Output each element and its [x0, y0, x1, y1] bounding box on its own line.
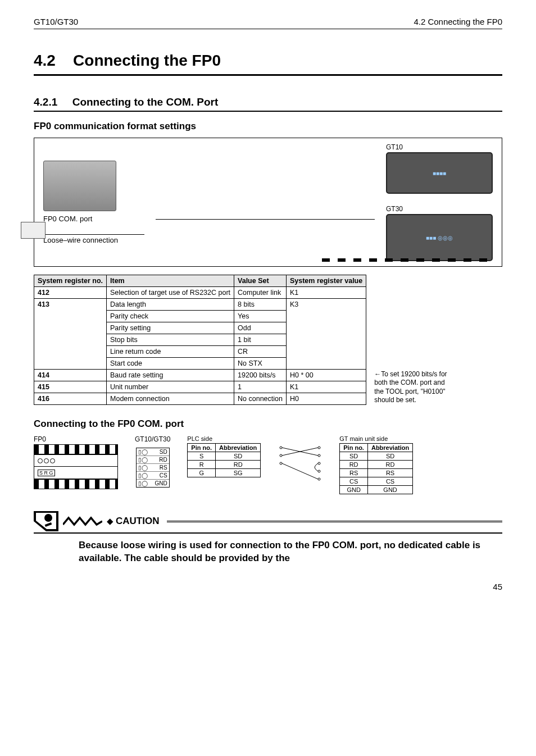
subsection-title: 4.2.1 Connecting to the COM. Port	[34, 96, 502, 108]
reg-srv: K3	[286, 299, 366, 370]
gt10-label: GT10	[386, 143, 493, 151]
reg-header-srv: System register value	[286, 275, 366, 287]
pin-cell: S	[188, 452, 216, 461]
reg-value: Yes	[234, 311, 287, 322]
gt-terminal-icon: ▯◯SD ▯◯RD ▯◯RS ▯◯CS ▯◯GND	[136, 448, 170, 488]
pin-cell: CS	[367, 477, 412, 486]
page-number: 45	[34, 582, 502, 591]
reg-item: Data length	[107, 299, 234, 311]
caution-label: CAUTION	[116, 516, 159, 527]
subsection-number: 4.2.1	[34, 96, 57, 108]
pin-header: Pin no.	[340, 444, 368, 452]
pin-cell: RD	[340, 461, 368, 469]
table-row: CSCS	[340, 477, 413, 486]
gt10-device-icon: ■■■■	[386, 152, 493, 194]
pin-cell: RD	[367, 461, 412, 469]
reg-item: Parity setting	[107, 322, 234, 334]
pin-cell: R	[188, 461, 216, 469]
plc-pin-col: PLC side Pin no. Abbreviation SSD RRD GS…	[187, 435, 261, 477]
page: GT10/GT30 4.2 Connecting the FP0 4.2 Con…	[0, 0, 536, 614]
reg-item: Modem connection	[107, 393, 234, 405]
connection-type-label: Loose–wire connection	[43, 234, 144, 244]
reg-item: Selection of target use of RS232C port	[107, 287, 234, 299]
table-row: 412 Selection of target use of RS232C po…	[34, 287, 366, 299]
svg-point-2	[280, 462, 282, 464]
reg-item: Parity check	[107, 311, 234, 322]
caution-bullet-icon: ◆	[107, 516, 113, 526]
fp0-plc-icon: S R G	[34, 444, 118, 489]
reg-value: Computer link	[234, 287, 287, 299]
term-label: GND	[155, 480, 167, 486]
reg-srv: K1	[286, 287, 366, 299]
gt-pin-table: Pin no. Abbreviation SDSD RDRD RSRS CSCS…	[339, 443, 413, 494]
reg-no: 415	[34, 381, 107, 393]
term-label: SD	[160, 449, 167, 455]
srg-label: S R G	[38, 470, 55, 476]
gt-label: GT10/GT30	[135, 435, 170, 443]
reg-value: CR	[234, 346, 287, 358]
section-underline	[34, 74, 502, 76]
connect-port-title: Connecting to the FP0 COM. port	[34, 418, 502, 430]
header-left: GT10/GT30	[34, 17, 78, 26]
table-row: 415 Unit number 1 K1	[34, 381, 366, 393]
wiring-map-icon	[278, 435, 322, 484]
reg-value: 1 bit	[234, 334, 287, 346]
reg-header-value: Value Set	[234, 275, 287, 287]
reg-item: Start code	[107, 358, 234, 370]
gt-terminal-group: GT10/GT30 ▯◯SD ▯◯RD ▯◯RS ▯◯CS ▯◯GND	[135, 435, 170, 488]
system-register-table: System register no. Item Value Set Syste…	[34, 275, 366, 405]
reg-item: Stop bits	[107, 334, 234, 346]
reg-value: Odd	[234, 322, 287, 334]
pin-header: Pin no.	[188, 444, 216, 452]
reg-value: 19200 bits/s	[234, 370, 287, 381]
page-header: GT10/GT30 4.2 Connecting the FP0	[34, 17, 502, 29]
table-row: 413 Data length 8 bits K3	[34, 299, 366, 311]
table-row: GSG	[188, 469, 261, 477]
reg-srv: K1	[286, 381, 366, 393]
reg-item: Line return code	[107, 346, 234, 358]
table-row: RDRD	[340, 461, 413, 469]
table-row: SDSD	[340, 452, 413, 461]
plc-pin-table: Pin no. Abbreviation SSD RRD GSG	[187, 443, 261, 477]
zigzag-icon	[63, 516, 102, 527]
caution-block: ◆ CAUTION Because loose wiring is used f…	[34, 511, 502, 565]
svg-point-3	[318, 447, 320, 449]
caution-text: Because loose wiring is used for connect…	[79, 539, 502, 565]
reg-value: No STX	[234, 358, 287, 370]
svg-point-13	[44, 514, 52, 522]
reg-value: 8 bits	[234, 299, 287, 311]
table-row: SSD	[188, 452, 261, 461]
table-row: Pin no. Abbreviation	[188, 444, 261, 452]
pin-cell: GND	[367, 486, 412, 494]
table-row: Pin no. Abbreviation	[340, 444, 413, 452]
reg-srv: H0 * 00	[286, 370, 366, 381]
section-title: 4.2 Connecting the FP0	[34, 52, 502, 70]
table-row: System register no. Item Value Set Syste…	[34, 275, 366, 287]
figure-dots	[322, 258, 490, 262]
gt-side-title: GT main unit side	[339, 435, 413, 442]
term-label: CS	[160, 472, 167, 479]
pin-cell: SD	[216, 452, 261, 461]
section-name: Connecting the FP0	[73, 52, 221, 69]
pin-cell: SD	[367, 452, 412, 461]
note-arrow-icon: ←	[374, 370, 381, 378]
gt30-label: GT30	[386, 205, 493, 213]
caution-header: ◆ CAUTION	[34, 511, 502, 534]
fp0-plc-group: FP0 S R G	[34, 435, 118, 489]
reg-item: Unit number	[107, 381, 234, 393]
caution-icon	[34, 511, 58, 531]
register-note: ←To set 19200 bits/s for both the COM. p…	[370, 370, 454, 405]
pin-cell: RS	[367, 469, 412, 477]
table-row: RRD	[188, 461, 261, 469]
reg-header-no: System register no.	[34, 275, 107, 287]
reg-no: 414	[34, 370, 107, 381]
pin-cell: G	[188, 469, 216, 477]
plc-side-title: PLC side	[187, 435, 261, 442]
gt30-group: GT30 ■■■ ◎◎◎	[386, 205, 493, 261]
reg-no: 412	[34, 287, 107, 299]
table-row: GNDGND	[340, 486, 413, 494]
pin-cell: SG	[216, 469, 261, 477]
svg-point-4	[318, 454, 320, 457]
header-right: 4.2 Connecting the FP0	[414, 17, 502, 26]
svg-point-1	[280, 454, 282, 457]
